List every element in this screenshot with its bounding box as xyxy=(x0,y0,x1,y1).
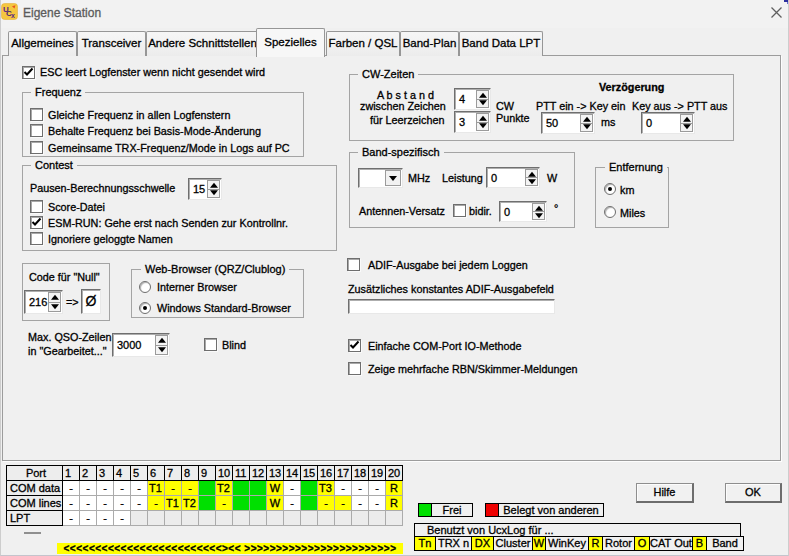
svg-text:x: x xyxy=(11,12,15,19)
